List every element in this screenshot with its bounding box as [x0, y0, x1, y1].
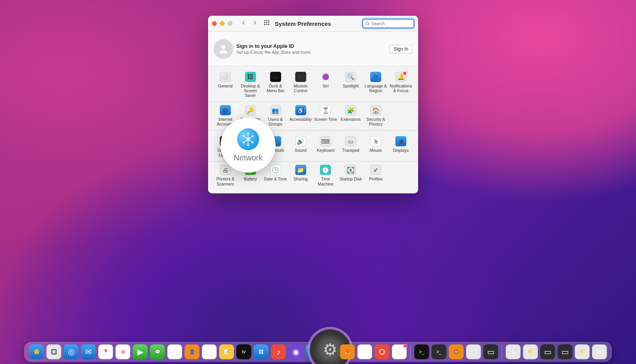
pref-sound[interactable]: 🔊Sound: [288, 136, 313, 157]
pref-keyboard[interactable]: ⌨Keyboard: [313, 136, 338, 157]
pref-screen-time[interactable]: ⏳Screen Time: [313, 105, 338, 126]
pref-mouse[interactable]: 🖱Mouse: [363, 136, 388, 157]
search-field[interactable]: [362, 19, 414, 28]
nav-buttons: [241, 20, 258, 27]
passwords-icon: 🔑: [245, 105, 256, 115]
pref-label: Security & Privacy: [364, 117, 387, 126]
traffic-lights: [212, 21, 232, 26]
mission-control-icon: ◧: [295, 72, 306, 82]
pref-label: Desktop & Screen Saver: [239, 84, 262, 98]
pref-general[interactable]: ⚪General: [213, 72, 238, 98]
zoom-button[interactable]: [228, 21, 232, 26]
dock-trash[interactable]: 🗑: [592, 344, 607, 359]
minimize-button[interactable]: [220, 21, 225, 26]
sign-in-button[interactable]: Sign In: [389, 45, 413, 53]
dock-screenshot2[interactable]: ▭: [557, 344, 572, 359]
date-time-icon: 🕒: [270, 165, 281, 175]
profiles-icon: ✔: [370, 165, 381, 175]
dock-facetime[interactable]: ▶: [133, 344, 148, 359]
dock-mail[interactable]: ✉: [81, 344, 96, 359]
dock-folder1[interactable]: 📄: [506, 344, 521, 359]
svg-rect-8: [268, 24, 269, 25]
forward-button[interactable]: [252, 20, 258, 27]
dock-contacts[interactable]: 👤: [185, 344, 199, 359]
pref-startup-disk[interactable]: 💽Startup Disk: [338, 165, 363, 186]
dock-virtualbox[interactable]: □: [466, 344, 481, 359]
pref-label: Startup Disk: [340, 177, 362, 181]
dock-preview[interactable]: 🖼: [254, 344, 269, 359]
pref-mission-control[interactable]: ◧Mission Control: [288, 72, 313, 98]
pref-label: Users & Groups: [264, 117, 287, 126]
dock-photos[interactable]: 🌸: [115, 344, 130, 359]
dock-reminders[interactable]: ☰: [202, 344, 217, 359]
pref-time-machine[interactable]: 🕗Time Machine: [313, 165, 338, 186]
pref-label: Extensions: [341, 117, 361, 122]
pref-label: Language & Region: [364, 84, 387, 93]
apple-id-heading: Sign in to your Apple ID: [236, 43, 311, 49]
dock-maps[interactable]: 📍: [98, 344, 113, 359]
dock-finder[interactable]: 🙂: [29, 344, 44, 359]
pref-label: Battery: [244, 177, 257, 181]
pref-date-time[interactable]: 🕒Date & Time: [263, 165, 288, 186]
dock-firefox[interactable]: 🦊: [340, 344, 355, 359]
pref-desktop-screen-saver[interactable]: 🖼Desktop & Screen Saver: [238, 72, 263, 98]
close-button[interactable]: [212, 21, 217, 26]
dock-chrome[interactable]: ◐: [357, 344, 372, 359]
pref-security-privacy[interactable]: 🏠Security & Privacy: [363, 105, 388, 126]
displays-icon: 🖥: [395, 136, 406, 146]
pref-profiles[interactable]: ✔Profiles: [363, 165, 388, 186]
dock-folder3[interactable]: 📁: [575, 344, 590, 359]
dock-messages[interactable]: 💬: [150, 344, 165, 359]
pref-language-region[interactable]: 🏳Language & Region: [363, 72, 388, 98]
svg-rect-6: [264, 24, 265, 25]
prefs-section-1: ⚪General🖼Desktop & Screen Saver▭Dock & M…: [208, 66, 418, 102]
keyboard-icon: ⌨: [320, 136, 331, 146]
pref-accessibility[interactable]: ♿Accessibility: [288, 105, 313, 126]
spotlight-icon: 🔍: [345, 72, 356, 82]
pref-label: Sound: [294, 148, 306, 153]
svg-rect-7: [266, 24, 267, 25]
dock-notes[interactable]: 📝: [219, 344, 234, 359]
network-highlight-label: Network: [234, 153, 262, 162]
pref-label: Trackpad: [342, 148, 359, 153]
svg-rect-0: [264, 20, 265, 21]
dock-podcasts[interactable]: ◉: [288, 344, 303, 359]
dock-monitor[interactable]: ▭: [483, 344, 498, 359]
show-all-button[interactable]: [264, 20, 270, 27]
pref-label: Sharing: [293, 177, 307, 181]
dock-safari[interactable]: ◎: [64, 344, 79, 359]
general-icon: ⚪: [220, 72, 231, 82]
search-input[interactable]: [371, 21, 411, 26]
dock-launchpad[interactable]: 🔲: [46, 344, 61, 359]
dock-menu-bar-icon: ▭: [270, 72, 281, 82]
pref-dock-menu-bar[interactable]: ▭Dock & Menu Bar: [263, 72, 288, 98]
pref-siri[interactable]: 🟣Siri: [313, 72, 338, 98]
printers-scanners-icon: 🖨: [220, 165, 231, 175]
pref-extensions[interactable]: 🧩Extensions: [338, 105, 363, 126]
pref-displays[interactable]: 🖥Displays: [388, 136, 413, 157]
network-icon: [237, 128, 259, 150]
pref-notifications-focus[interactable]: 🔔Notifications & Focus: [388, 72, 413, 98]
dock-calendar[interactable]: 5: [167, 344, 182, 359]
dock-brave[interactable]: 🦁: [449, 344, 464, 359]
svg-rect-5: [268, 22, 269, 23]
pref-trackpad[interactable]: ▭Trackpad: [338, 136, 363, 157]
dock: 🙂🔲◎✉📍🌸▶💬5👤☰📝tv🖼♪◉A⚙🦊◐O#>_>_🦁□▭📄📁▭▭📁🗑: [24, 342, 612, 362]
dock-terminal[interactable]: >_: [414, 344, 429, 359]
dock-slack[interactable]: #: [392, 344, 407, 359]
dock-system-preferences[interactable]: ⚙: [322, 344, 338, 360]
network-highlight-callout: Network: [221, 118, 276, 173]
dock-appletv[interactable]: tv: [236, 344, 251, 359]
dock-iterm[interactable]: >_: [431, 344, 446, 359]
pref-users-groups[interactable]: 👥Users & Groups: [263, 105, 288, 126]
pref-spotlight[interactable]: 🔍Spotlight: [338, 72, 363, 98]
dock-folder2[interactable]: 📁: [523, 344, 538, 359]
dock-music[interactable]: ♪: [271, 344, 286, 359]
dock-opera[interactable]: O: [375, 344, 389, 359]
back-button[interactable]: [241, 20, 247, 27]
pref-label: General: [218, 84, 232, 88]
pref-label: Spotlight: [343, 84, 359, 88]
dock-screenshot1[interactable]: ▭: [540, 344, 555, 359]
dock-separator: [502, 345, 502, 359]
pref-sharing[interactable]: 📁Sharing: [288, 165, 313, 186]
